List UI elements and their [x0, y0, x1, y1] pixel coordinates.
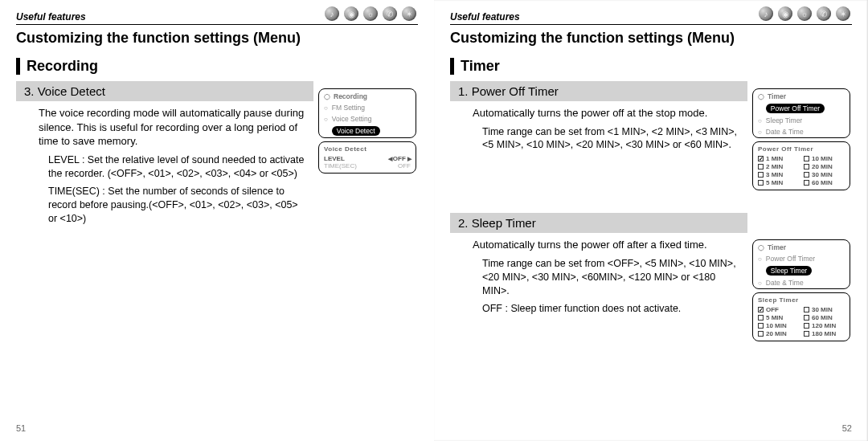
page-right: ♪ ◉ ☼ ✆ ✶ Useful features Customizing th… — [434, 0, 868, 441]
menu-graphic: ◌Recording ○FM Setting ○Voice Setting ●V… — [318, 88, 416, 174]
opt: 20 MIN — [812, 163, 833, 170]
opt: 3 MIN — [766, 171, 783, 178]
opt: 20 MIN — [766, 330, 787, 337]
kv-value: OFF — [393, 155, 406, 162]
checkbox-icon — [804, 180, 809, 186]
item1-range: Time range can be set from <1 MIN>, <2 M… — [450, 125, 747, 157]
opt: 60 MIN — [812, 179, 833, 186]
opt: OFF — [766, 306, 779, 313]
opt: 60 MIN — [812, 314, 833, 321]
section-heading: Recording — [16, 58, 418, 75]
globe-icon: ☼ — [797, 6, 812, 21]
menu-box-recording: ◌Recording ○FM Setting ○Voice Setting ●V… — [318, 88, 416, 138]
mic-icon: ✆ — [817, 6, 831, 21]
gear-icon: ✶ — [402, 6, 416, 21]
section-heading: Timer — [450, 58, 852, 75]
checkbox-icon — [758, 172, 764, 178]
sub-box-voice-detect: Voice Detect LEVEL◀ OFF ▶ TIME(SEC)OFF — [318, 141, 416, 174]
header-icons: ♪ ◉ ☼ ✆ ✶ — [759, 6, 850, 21]
opt: 30 MIN — [812, 306, 833, 313]
checkbox-icon — [804, 156, 809, 161]
checkbox-icon — [758, 307, 764, 312]
page-title: Customizing the function settings (Menu) — [16, 30, 418, 47]
sub-title: Power Off Timer — [758, 145, 845, 153]
hairline — [16, 24, 418, 25]
checkbox-icon — [758, 331, 764, 337]
menu-header: Timer — [768, 243, 786, 251]
opt: 30 MIN — [812, 171, 833, 178]
page-left: ♪ ◉ ☼ ✆ ✶ Useful features Customizing th… — [0, 0, 434, 441]
opt: 1 MIN — [766, 155, 783, 162]
menu-row: Voice Setting — [332, 115, 372, 123]
sub-title: Voice Detect — [324, 145, 411, 153]
checkbox-icon — [758, 323, 764, 329]
checkbox-icon — [804, 164, 809, 169]
checkbox-icon — [804, 172, 809, 178]
menu-header: Timer — [768, 92, 786, 100]
menu-box-timer-1: ◌Timer ●Power Off Timer ○Sleep Timer ○Da… — [752, 88, 850, 138]
page-number: 51 — [16, 423, 26, 433]
page-number: 52 — [842, 423, 852, 433]
header-icons: ♪ ◉ ☼ ✆ ✶ — [325, 6, 416, 21]
menu-header: Recording — [334, 92, 367, 100]
item-title-band: 3. Voice Detect — [16, 81, 313, 101]
menu-row: Sleep Timer — [766, 116, 802, 125]
opt: 10 MIN — [766, 322, 787, 329]
item-desc: The voice recording mode will automatica… — [16, 104, 313, 153]
timesec-line: TIME(SEC) : Set the number of seconds of… — [16, 185, 313, 231]
page-spread: ♪ ◉ ☼ ✆ ✶ Useful features Customizing th… — [0, 0, 868, 441]
menu-row: Power Off Timer — [766, 255, 815, 263]
menu-row: Date & Time — [766, 279, 804, 287]
item2-desc: Automatically turns the power off after … — [450, 236, 747, 257]
menu-row: Date & Time — [766, 128, 804, 136]
menu-row: FM Setting — [332, 104, 365, 112]
kv-label: TIME(SEC) — [324, 162, 357, 169]
checkbox-icon — [758, 315, 764, 321]
spiral-icon: ◉ — [778, 6, 792, 21]
item2-off-note: OFF : Sleep timer function does not acti… — [450, 302, 747, 321]
globe-icon: ☼ — [363, 6, 378, 21]
sub-title: Sleep Timer — [758, 296, 845, 304]
item2-title-band: 2. Sleep Timer — [450, 213, 747, 233]
sub-box-power-off: Power Off Timer 1 MIN 10 MIN 2 MIN 20 MI… — [752, 141, 850, 190]
sub-box-sleep-timer: Sleep Timer OFF 30 MIN 5 MIN 60 MIN 10 M… — [752, 292, 850, 341]
opt: 120 MIN — [812, 322, 836, 329]
spiral-icon: ◉ — [344, 6, 358, 21]
checkbox-icon — [804, 331, 809, 337]
page-title: Customizing the function settings (Menu) — [450, 30, 852, 47]
opt: 5 MIN — [766, 314, 783, 321]
checkbox-icon — [804, 307, 809, 312]
checkbox-icon — [804, 315, 809, 321]
opt: 180 MIN — [812, 330, 836, 337]
opt: 2 MIN — [766, 163, 783, 170]
mic-icon: ✆ — [383, 6, 397, 21]
level-line: LEVEL : Set the relative level of sound … — [16, 153, 313, 186]
hairline — [450, 24, 852, 25]
music-icon: ♪ — [325, 6, 339, 21]
checkbox-icon — [804, 323, 809, 329]
music-icon: ♪ — [759, 6, 773, 21]
checkbox-icon — [758, 156, 764, 161]
checkbox-icon — [758, 180, 764, 186]
menu-box-timer-2: ◌Timer ○Power Off Timer ●Sleep Timer ○Da… — [752, 239, 850, 289]
opt: 5 MIN — [766, 179, 783, 186]
opt: 10 MIN — [812, 155, 833, 162]
menu-row-selected: Power Off Timer — [766, 104, 825, 113]
item1-title-band: 1. Power Off Timer — [450, 81, 747, 101]
menu-row-selected: Voice Detect — [332, 126, 380, 136]
menu-graphic-1: ◌Timer ●Power Off Timer ○Sleep Timer ○Da… — [752, 88, 850, 190]
menu-graphic-2: ◌Timer ○Power Off Timer ●Sleep Timer ○Da… — [752, 239, 850, 341]
item1-desc: Automatically turns the power off at the… — [450, 104, 747, 125]
kv-label: LEVEL — [324, 155, 345, 162]
gear-icon: ✶ — [836, 6, 850, 21]
item2-range: Time range can be set from <OFF>, <5 MIN… — [450, 257, 747, 303]
menu-row-selected: Sleep Timer — [766, 266, 812, 276]
kv-value: OFF — [398, 162, 411, 169]
checkbox-icon — [758, 164, 764, 169]
